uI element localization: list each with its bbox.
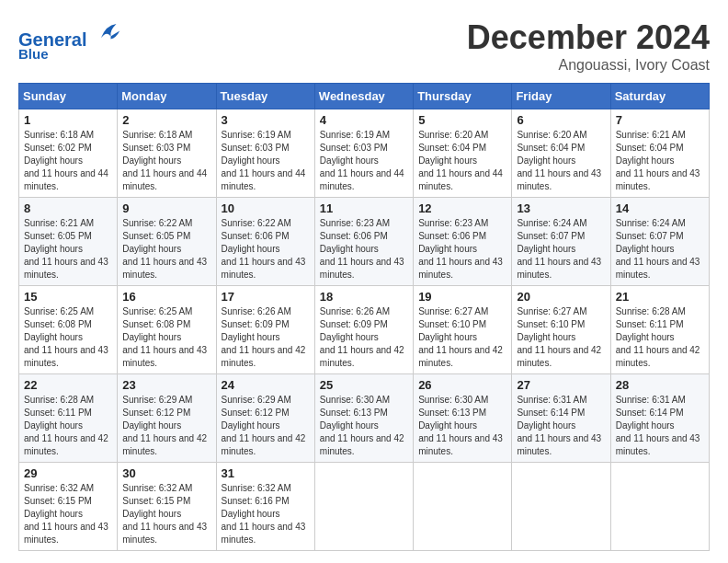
calendar-cell	[414, 463, 512, 551]
day-info: Sunrise: 6:25 AM Sunset: 6:08 PM Dayligh…	[122, 305, 210, 370]
weekday-header-thursday: Thursday	[414, 84, 512, 109]
day-number: 26	[418, 378, 506, 392]
calendar-cell: 22 Sunrise: 6:28 AM Sunset: 6:11 PM Dayl…	[19, 374, 118, 463]
day-number: 23	[122, 378, 210, 392]
weekday-header-row: SundayMondayTuesdayWednesdayThursdayFrid…	[19, 84, 710, 109]
calendar-cell	[512, 463, 610, 551]
day-info: Sunrise: 6:32 AM Sunset: 6:16 PM Dayligh…	[222, 482, 310, 546]
day-info: Sunrise: 6:29 AM Sunset: 6:12 PM Dayligh…	[222, 394, 310, 458]
day-number: 17	[222, 290, 310, 304]
calendar-cell: 24 Sunrise: 6:29 AM Sunset: 6:12 PM Dayl…	[216, 374, 314, 463]
weekday-header-tuesday: Tuesday	[216, 84, 314, 109]
day-info: Sunrise: 6:30 AM Sunset: 6:13 PM Dayligh…	[320, 394, 408, 458]
day-info: Sunrise: 6:26 AM Sunset: 6:09 PM Dayligh…	[320, 305, 408, 370]
day-number: 3	[222, 113, 310, 127]
day-number: 22	[24, 378, 112, 392]
day-number: 6	[517, 113, 605, 127]
location-title: Angouassi, Ivory Coast	[467, 57, 710, 74]
calendar-cell	[314, 463, 413, 551]
day-number: 25	[320, 378, 408, 392]
day-number: 21	[616, 290, 704, 304]
day-number: 9	[122, 201, 210, 215]
logo-text: General	[18, 18, 123, 50]
week-row-3: 15 Sunrise: 6:25 AM Sunset: 6:08 PM Dayl…	[19, 286, 710, 374]
month-title: December 2024	[467, 18, 710, 57]
logo: General Blue	[18, 18, 123, 62]
day-info: Sunrise: 6:21 AM Sunset: 6:04 PM Dayligh…	[616, 129, 704, 193]
weekday-header-monday: Monday	[118, 84, 216, 109]
weekday-header-saturday: Saturday	[610, 84, 709, 109]
calendar-cell: 2 Sunrise: 6:18 AM Sunset: 6:03 PM Dayli…	[118, 109, 216, 198]
day-number: 14	[616, 201, 704, 215]
day-info: Sunrise: 6:32 AM Sunset: 6:15 PM Dayligh…	[122, 482, 210, 546]
day-info: Sunrise: 6:28 AM Sunset: 6:11 PM Dayligh…	[24, 394, 112, 458]
day-number: 1	[24, 113, 112, 127]
day-info: Sunrise: 6:23 AM Sunset: 6:06 PM Dayligh…	[418, 217, 506, 282]
day-number: 12	[418, 201, 506, 215]
day-info: Sunrise: 6:26 AM Sunset: 6:09 PM Dayligh…	[222, 305, 310, 370]
calendar-table: SundayMondayTuesdayWednesdayThursdayFrid…	[18, 83, 710, 551]
day-info: Sunrise: 6:25 AM Sunset: 6:08 PM Dayligh…	[24, 305, 112, 370]
day-number: 13	[517, 201, 605, 215]
day-number: 2	[122, 113, 210, 127]
title-area: December 2024 Angouassi, Ivory Coast	[467, 18, 710, 74]
calendar-cell: 26 Sunrise: 6:30 AM Sunset: 6:13 PM Dayl…	[414, 374, 512, 463]
calendar-cell: 21 Sunrise: 6:28 AM Sunset: 6:11 PM Dayl…	[610, 286, 709, 374]
calendar-cell: 16 Sunrise: 6:25 AM Sunset: 6:08 PM Dayl…	[118, 286, 216, 374]
calendar-cell: 15 Sunrise: 6:25 AM Sunset: 6:08 PM Dayl…	[19, 286, 118, 374]
day-info: Sunrise: 6:24 AM Sunset: 6:07 PM Dayligh…	[517, 217, 605, 282]
calendar-cell: 18 Sunrise: 6:26 AM Sunset: 6:09 PM Dayl…	[314, 286, 413, 374]
calendar-cell: 17 Sunrise: 6:26 AM Sunset: 6:09 PM Dayl…	[216, 286, 314, 374]
day-number: 5	[418, 113, 506, 127]
calendar-cell: 29 Sunrise: 6:32 AM Sunset: 6:15 PM Dayl…	[19, 463, 118, 551]
day-info: Sunrise: 6:24 AM Sunset: 6:07 PM Dayligh…	[616, 217, 704, 282]
day-number: 29	[24, 466, 112, 480]
day-info: Sunrise: 6:32 AM Sunset: 6:15 PM Dayligh…	[24, 482, 112, 546]
week-row-2: 8 Sunrise: 6:21 AM Sunset: 6:05 PM Dayli…	[19, 198, 710, 286]
day-info: Sunrise: 6:21 AM Sunset: 6:05 PM Dayligh…	[24, 217, 112, 282]
calendar-cell: 7 Sunrise: 6:21 AM Sunset: 6:04 PM Dayli…	[610, 109, 709, 198]
weekday-header-wednesday: Wednesday	[314, 84, 413, 109]
day-number: 15	[24, 290, 112, 304]
day-info: Sunrise: 6:18 AM Sunset: 6:03 PM Dayligh…	[122, 129, 210, 193]
day-info: Sunrise: 6:27 AM Sunset: 6:10 PM Dayligh…	[418, 305, 506, 370]
day-number: 19	[418, 290, 506, 304]
day-info: Sunrise: 6:19 AM Sunset: 6:03 PM Dayligh…	[222, 129, 310, 193]
day-number: 10	[222, 201, 310, 215]
day-number: 11	[320, 201, 408, 215]
day-info: Sunrise: 6:22 AM Sunset: 6:05 PM Dayligh…	[122, 217, 210, 282]
day-info: Sunrise: 6:18 AM Sunset: 6:02 PM Dayligh…	[24, 129, 112, 193]
calendar-cell: 11 Sunrise: 6:23 AM Sunset: 6:06 PM Dayl…	[314, 198, 413, 286]
day-info: Sunrise: 6:20 AM Sunset: 6:04 PM Dayligh…	[418, 129, 506, 193]
day-info: Sunrise: 6:29 AM Sunset: 6:12 PM Dayligh…	[122, 394, 210, 458]
day-info: Sunrise: 6:22 AM Sunset: 6:06 PM Dayligh…	[222, 217, 310, 282]
calendar-cell: 13 Sunrise: 6:24 AM Sunset: 6:07 PM Dayl…	[512, 198, 610, 286]
calendar-cell: 3 Sunrise: 6:19 AM Sunset: 6:03 PM Dayli…	[216, 109, 314, 198]
day-number: 20	[517, 290, 605, 304]
calendar-cell: 12 Sunrise: 6:23 AM Sunset: 6:06 PM Dayl…	[414, 198, 512, 286]
day-number: 7	[616, 113, 704, 127]
calendar-cell: 9 Sunrise: 6:22 AM Sunset: 6:05 PM Dayli…	[118, 198, 216, 286]
calendar-cell: 10 Sunrise: 6:22 AM Sunset: 6:06 PM Dayl…	[216, 198, 314, 286]
page-header: General Blue December 2024 Angouassi, Iv…	[18, 18, 710, 74]
day-number: 30	[122, 466, 210, 480]
calendar-cell: 20 Sunrise: 6:27 AM Sunset: 6:10 PM Dayl…	[512, 286, 610, 374]
day-info: Sunrise: 6:31 AM Sunset: 6:14 PM Dayligh…	[616, 394, 704, 458]
calendar-cell: 25 Sunrise: 6:30 AM Sunset: 6:13 PM Dayl…	[314, 374, 413, 463]
day-number: 27	[517, 378, 605, 392]
day-number: 16	[122, 290, 210, 304]
day-info: Sunrise: 6:31 AM Sunset: 6:14 PM Dayligh…	[517, 394, 605, 458]
calendar-cell: 6 Sunrise: 6:20 AM Sunset: 6:04 PM Dayli…	[512, 109, 610, 198]
day-number: 8	[24, 201, 112, 215]
day-info: Sunrise: 6:27 AM Sunset: 6:10 PM Dayligh…	[517, 305, 605, 370]
calendar-cell: 31 Sunrise: 6:32 AM Sunset: 6:16 PM Dayl…	[216, 463, 314, 551]
weekday-header-friday: Friday	[512, 84, 610, 109]
week-row-4: 22 Sunrise: 6:28 AM Sunset: 6:11 PM Dayl…	[19, 374, 710, 463]
day-number: 18	[320, 290, 408, 304]
calendar-cell: 14 Sunrise: 6:24 AM Sunset: 6:07 PM Dayl…	[610, 198, 709, 286]
day-number: 28	[616, 378, 704, 392]
day-number: 4	[320, 113, 408, 127]
calendar-cell: 23 Sunrise: 6:29 AM Sunset: 6:12 PM Dayl…	[118, 374, 216, 463]
weekday-header-sunday: Sunday	[19, 84, 118, 109]
calendar-cell: 27 Sunrise: 6:31 AM Sunset: 6:14 PM Dayl…	[512, 374, 610, 463]
